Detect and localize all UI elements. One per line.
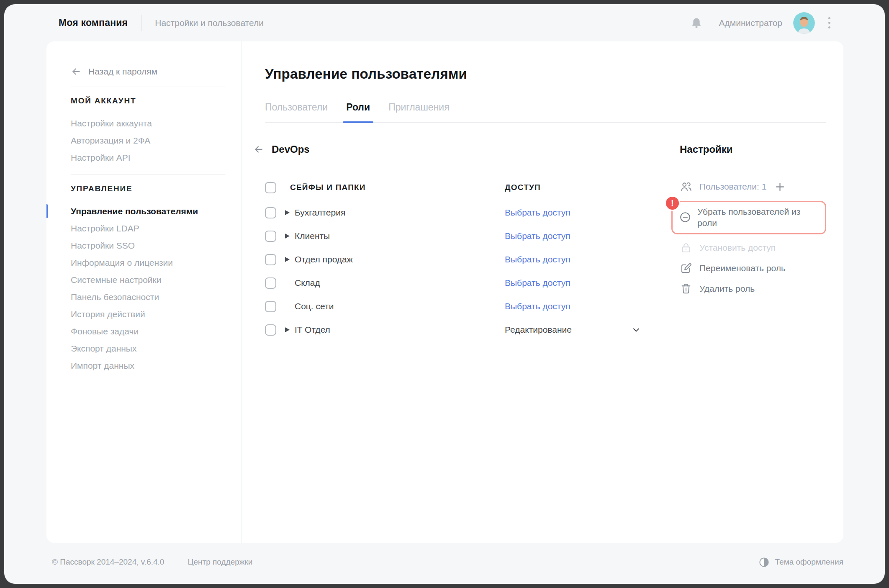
- sidebar-item[interactable]: Настройки аккаунта: [71, 115, 225, 132]
- sidebar-section-account: МОЙ АККАУНТ: [71, 96, 225, 105]
- access-value[interactable]: Выбрать доступ: [505, 254, 570, 264]
- chevron-down-icon[interactable]: [631, 325, 641, 335]
- safe-name: IT Отдел: [295, 325, 330, 335]
- sidebar-item[interactable]: Авторизация и 2ФА: [71, 132, 225, 149]
- delete-role-label: Удалить роль: [699, 284, 755, 294]
- select-all-checkbox[interactable]: [265, 182, 276, 193]
- sidebar-item[interactable]: Настройки SSO: [71, 237, 225, 254]
- row-checkbox[interactable]: [265, 207, 276, 218]
- access-cell: Редактирование: [505, 325, 572, 335]
- safe-row: Склад Выбрать доступ: [265, 271, 648, 295]
- row-checkbox[interactable]: [265, 277, 276, 289]
- access-cell: Выбрать доступ: [505, 301, 570, 311]
- theme-toggle-label: Тема оформления: [775, 557, 843, 567]
- safe-row: Бухгалтерия Выбрать доступ: [265, 201, 648, 224]
- role-content: DevOps СЕЙФЫ И ПАПКИ ДОСТУП Бухг: [265, 142, 826, 342]
- theme-toggle[interactable]: Тема оформления: [758, 557, 843, 568]
- table-header: СЕЙФЫ И ПАПКИ ДОСТУП: [265, 179, 648, 196]
- row-checkbox[interactable]: [265, 301, 276, 312]
- access-cell: Выбрать доступ: [505, 254, 570, 264]
- main-area: Управление пользователями ПользователиРо…: [242, 41, 843, 543]
- tab[interactable]: Роли: [346, 102, 370, 122]
- expand-triangle-icon[interactable]: [285, 210, 290, 215]
- rename-role-label: Переименовать роль: [699, 263, 786, 273]
- safe-name: Бухгалтерия: [295, 208, 345, 218]
- tabs: ПользователиРолиПриглашения: [265, 102, 826, 123]
- add-user-plus-icon[interactable]: [774, 181, 786, 193]
- safe-name: Соц. сети: [295, 301, 334, 311]
- sidebar-item[interactable]: Информация о лицензии: [71, 254, 225, 271]
- set-access-label: Установить доступ: [699, 243, 776, 253]
- sidebar-item[interactable]: Системные настройки: [71, 271, 225, 288]
- minus-circle-icon: [679, 211, 691, 223]
- footer: © Пассворк 2014–2024, v.6.4.0 Центр подд…: [4, 543, 885, 584]
- sidebar-divider: [71, 87, 225, 87]
- sidebar-item[interactable]: Настройки API: [71, 149, 225, 166]
- arrow-left-icon[interactable]: [253, 144, 264, 155]
- kebab-menu-icon[interactable]: [826, 15, 833, 31]
- edit-pencil-icon: [680, 262, 692, 275]
- access-value[interactable]: Выбрать доступ: [505, 301, 570, 311]
- sidebar-item[interactable]: Импорт данных: [71, 357, 225, 374]
- trash-icon: [680, 282, 692, 295]
- company-name: Моя компания: [59, 17, 128, 28]
- access-value[interactable]: Редактирование: [505, 325, 572, 334]
- safes-column: DevOps СЕЙФЫ И ПАПКИ ДОСТУП Бухг: [265, 142, 648, 342]
- sidebar-section-admin: УПРАВЛЕНИЕ: [71, 184, 225, 193]
- access-cell: Выбрать доступ: [505, 278, 570, 288]
- delete-role-button[interactable]: Удалить роль: [680, 280, 826, 297]
- lock-icon: [680, 241, 692, 254]
- user-role-label: Администратор: [719, 18, 782, 28]
- tab[interactable]: Пользователи: [265, 102, 328, 122]
- row-checkbox[interactable]: [265, 231, 276, 242]
- role-header: DevOps: [265, 142, 648, 157]
- topbar-section-title: Настройки и пользователи: [155, 18, 264, 28]
- sidebar: Назад к паролям МОЙ АККАУНТ Настройки ак…: [46, 41, 242, 543]
- set-access-button: Установить доступ: [680, 239, 826, 256]
- sidebar-item[interactable]: Управление пользователями: [71, 203, 225, 220]
- sidebar-admin-items: Управление пользователямиНастройки LDAPН…: [71, 203, 225, 374]
- safe-name: Отдел продаж: [295, 254, 353, 264]
- app-window: Моя компания Настройки и пользователи Ад…: [4, 4, 885, 584]
- sidebar-item[interactable]: Панель безопасности: [71, 288, 225, 306]
- row-checkbox[interactable]: [265, 254, 276, 265]
- safes-rows: Бухгалтерия Выбрать доступ Кли: [265, 201, 648, 342]
- column-access-label: ДОСТУП: [505, 183, 541, 192]
- arrow-left-icon: [71, 66, 82, 77]
- notifications-bell-icon[interactable]: [690, 17, 703, 29]
- divider: [265, 168, 648, 168]
- back-to-passwords-link[interactable]: Назад к паролям: [71, 65, 225, 78]
- alert-badge: !: [665, 195, 680, 211]
- sidebar-item[interactable]: Экспорт данных: [71, 340, 225, 357]
- page-title: Управление пользователями: [265, 65, 826, 83]
- access-value[interactable]: Выбрать доступ: [505, 231, 570, 241]
- role-users-button[interactable]: Пользователи: 1: [680, 178, 826, 195]
- topbar-right: Администратор: [690, 12, 833, 34]
- settings-panel: Настройки Пользователи: 1 ! Убрать польз…: [680, 142, 826, 342]
- access-value[interactable]: Выбрать доступ: [505, 278, 570, 288]
- safe-name: Клиенты: [295, 231, 330, 241]
- access-cell: Выбрать доступ: [505, 208, 570, 218]
- safe-row: Соц. сети Выбрать доступ: [265, 295, 648, 318]
- remove-users-from-role-button[interactable]: ! Убрать пользователей из роли: [671, 201, 826, 234]
- content-card: Назад к паролям МОЙ АККАУНТ Настройки ак…: [46, 41, 843, 543]
- users-icon: [680, 180, 692, 193]
- expand-triangle-icon[interactable]: [285, 327, 290, 332]
- divider: [680, 168, 818, 168]
- avatar[interactable]: [793, 12, 815, 34]
- sidebar-item[interactable]: Настройки LDAP: [71, 220, 225, 237]
- expand-triangle-icon[interactable]: [285, 234, 290, 239]
- access-value[interactable]: Выбрать доступ: [505, 208, 570, 217]
- expand-triangle-icon[interactable]: [285, 257, 290, 262]
- copyright: © Пассворк 2014–2024, v.6.4.0: [52, 557, 164, 567]
- tab[interactable]: Приглашения: [388, 102, 450, 122]
- row-checkbox[interactable]: [265, 324, 276, 336]
- access-cell: Выбрать доступ: [505, 231, 570, 241]
- support-center-link[interactable]: Центр поддержки: [188, 557, 252, 567]
- sidebar-item[interactable]: История действий: [71, 306, 225, 323]
- sidebar-item[interactable]: Фоновые задачи: [71, 323, 225, 340]
- rename-role-button[interactable]: Переименовать роль: [680, 260, 826, 277]
- settings-panel-title: Настройки: [680, 142, 826, 157]
- topbar: Моя компания Настройки и пользователи Ад…: [4, 4, 885, 41]
- safe-row: IT Отдел Редактирование: [265, 318, 648, 342]
